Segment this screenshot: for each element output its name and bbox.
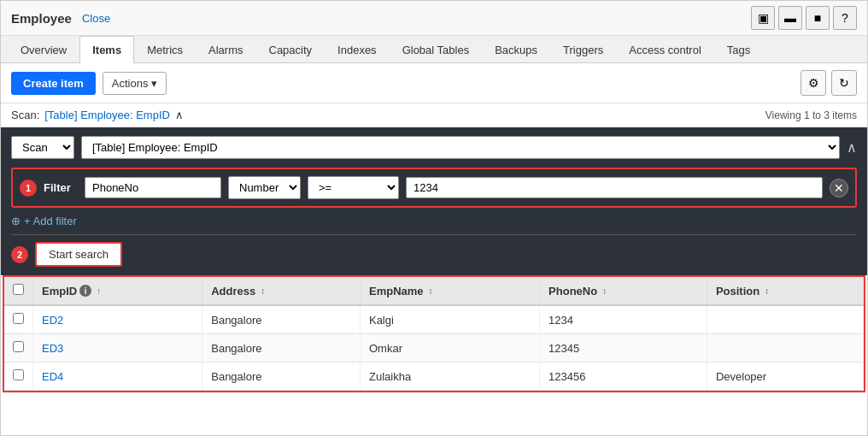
th-position: Position ↕: [707, 277, 863, 305]
cell-empname: Omkar: [360, 334, 539, 362]
filter-op-select[interactable]: = != < <= > >= between begins_with: [308, 176, 399, 199]
settings-icon-button[interactable]: ⚙: [801, 70, 826, 96]
th-phoneno: PhoneNo ↕: [540, 277, 707, 305]
th-empid: EmpID i ↑: [33, 277, 202, 305]
icon-btn-1[interactable]: ▣: [751, 6, 775, 30]
tab-items[interactable]: Items: [79, 36, 134, 63]
table-area: EmpID i ↑ Address ↕: [1, 275, 867, 435]
table-select[interactable]: [Table] Employee: EmpID: [81, 136, 840, 159]
viewing-count: Viewing 1 to 3 items: [765, 109, 857, 121]
refresh-icon: ↻: [839, 76, 849, 90]
scan-header: Scan: [Table] Employee: EmpID ∧ Viewing …: [1, 103, 867, 127]
cell-empid: ED4: [33, 362, 202, 391]
empname-sort-icon[interactable]: ↕: [429, 286, 433, 296]
tab-access-control[interactable]: Access control: [616, 36, 714, 63]
cell-address: Bangalore: [202, 305, 361, 334]
table-row: ED3 Bangalore Omkar 12345: [4, 334, 864, 362]
filter-label: Filter: [44, 181, 78, 194]
tab-overview[interactable]: Overview: [8, 36, 79, 63]
filter-value-input[interactable]: [406, 177, 823, 198]
title-bar-icons: ▣ ▬ ■ ?: [751, 6, 857, 30]
cell-position: Developer: [707, 362, 863, 391]
refresh-button[interactable]: ↻: [831, 70, 857, 96]
gear-icon: ⚙: [808, 76, 819, 90]
tab-metrics[interactable]: Metrics: [134, 36, 196, 63]
tab-alarms[interactable]: Alarms: [196, 36, 255, 63]
filter-panel: Scan Query [Table] Employee: EmpID ∧ 1 F…: [1, 127, 867, 275]
empid-link-0[interactable]: ED2: [42, 314, 63, 327]
row-checkbox-cell: [4, 362, 33, 391]
chevron-up-icon: ∧: [175, 109, 184, 121]
tab-global-tables[interactable]: Global Tables: [390, 36, 483, 63]
step-2-circle: 2: [11, 246, 28, 263]
tab-indexes[interactable]: Indexes: [325, 36, 390, 63]
cell-empname: Zulaikha: [360, 362, 539, 391]
collapse-button[interactable]: ∧: [847, 139, 857, 156]
actions-button[interactable]: Actions ▾: [103, 72, 167, 95]
icon-btn-3[interactable]: ■: [806, 6, 830, 30]
results-wrapper: EmpID i ↑ Address ↕: [3, 275, 865, 392]
tab-backups[interactable]: Backups: [482, 36, 550, 63]
filter-field-input[interactable]: [85, 177, 221, 198]
empid-sort-icon[interactable]: ↑: [97, 286, 101, 296]
empid-link-1[interactable]: ED3: [42, 342, 63, 355]
tab-capacity[interactable]: Capacity: [256, 36, 326, 63]
cell-address: Bangalore: [202, 362, 361, 391]
cell-empname: Kalgi: [360, 305, 539, 334]
select-all-header: [4, 277, 33, 305]
th-address: Address ↕: [202, 277, 361, 305]
tab-triggers[interactable]: Triggers: [550, 36, 616, 63]
empid-info-icon[interactable]: i: [79, 285, 91, 297]
row-checkbox-2[interactable]: [13, 369, 24, 380]
plus-icon: ⊕: [11, 215, 21, 227]
cell-phoneno: 123456: [540, 362, 707, 391]
cell-phoneno: 12345: [540, 334, 707, 362]
add-filter-link[interactable]: ⊕ + Add filter: [11, 215, 857, 227]
th-empname: EmpName ↕: [360, 277, 539, 305]
cell-empid: ED2: [33, 305, 202, 334]
icon-btn-2[interactable]: ▬: [778, 6, 802, 30]
cell-phoneno: 1234: [540, 305, 707, 334]
toolbar: Create item Actions ▾ ⚙ ↻: [1, 63, 867, 103]
scan-type-select[interactable]: Scan Query: [11, 136, 74, 159]
empid-link-2[interactable]: ED4: [42, 370, 63, 383]
cell-address: Bangalore: [202, 334, 361, 362]
address-sort-icon[interactable]: ↕: [261, 286, 265, 296]
row-checkbox-0[interactable]: [13, 313, 24, 324]
table-row: ED4 Bangalore Zulaikha 123456 Developer: [4, 362, 864, 391]
row-checkbox-cell: [4, 305, 33, 334]
table-row: ED2 Bangalore Kalgi 1234: [4, 305, 864, 334]
row-checkbox-1[interactable]: [13, 341, 24, 352]
window-title: Employee: [11, 11, 72, 26]
scan-label: Scan:: [11, 109, 39, 121]
cell-empid: ED3: [33, 334, 202, 362]
chevron-down-icon: ▾: [151, 77, 157, 90]
filter-section: 1 Filter String Number Binary = != < <= …: [11, 168, 857, 208]
icon-btn-help[interactable]: ?: [833, 6, 857, 30]
filter-remove-button[interactable]: ✕: [830, 179, 848, 197]
scan-table-link[interactable]: [Table] Employee: EmpID: [44, 109, 170, 121]
tab-tags[interactable]: Tags: [714, 36, 763, 63]
items-table: EmpID i ↑ Address ↕: [4, 277, 864, 391]
divider: [11, 234, 857, 235]
step-1-circle: 1: [20, 180, 37, 197]
row-checkbox-cell: [4, 334, 33, 362]
filter-type-select[interactable]: String Number Binary: [228, 176, 301, 199]
start-search-button[interactable]: Start search: [35, 242, 122, 267]
position-sort-icon[interactable]: ↕: [765, 286, 769, 296]
close-link[interactable]: Close: [82, 12, 110, 25]
create-item-button[interactable]: Create item: [11, 72, 96, 95]
select-all-checkbox[interactable]: [13, 284, 24, 295]
tab-bar: Overview Items Metrics Alarms Capacity I…: [1, 36, 867, 63]
cell-position: [707, 334, 863, 362]
cell-position: [707, 305, 863, 334]
phoneno-sort-icon[interactable]: ↕: [602, 286, 607, 296]
